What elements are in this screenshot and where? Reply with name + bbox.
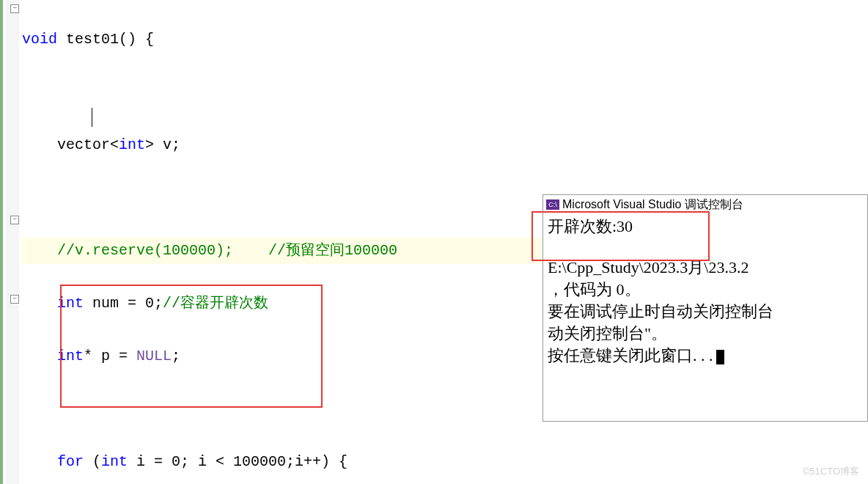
console-body: 开辟次数:30 E:\Cpp_Study\2023.3月\23.3.2 ，代码为… xyxy=(543,214,867,368)
commented-code: v.reserve(100000); xyxy=(75,242,233,259)
fold-toggle-icon[interactable]: − xyxy=(10,216,19,224)
console-hint: 按任意键关闭此窗口. . . xyxy=(548,345,863,367)
console-output: 开辟次数:30 xyxy=(548,216,863,238)
debug-console-window[interactable]: C:\ Microsoft Visual Studio 调试控制台 开辟次数:3… xyxy=(542,194,868,422)
keyword-int: int xyxy=(57,295,84,312)
comment-text: //容器开辟次数 xyxy=(163,295,268,312)
var-decl: v; xyxy=(154,136,180,153)
console-title-text: Microsoft Visual Studio 调试控制台 xyxy=(562,197,743,213)
func-decl: test01() { xyxy=(57,31,154,48)
text-cursor xyxy=(92,108,92,127)
fold-toggle-icon[interactable]: − xyxy=(10,295,19,304)
fold-toggle-icon[interactable]: − xyxy=(10,4,19,13)
code-content[interactable]: void test01() { vector<int> v; //v.reser… xyxy=(22,0,542,484)
var-decl: num = 0; xyxy=(84,295,163,312)
semicolon: ; xyxy=(172,348,180,364)
console-hint: 要在调试停止时自动关闭控制台 xyxy=(548,301,863,323)
comment-slashes: // xyxy=(57,242,75,259)
keyword-for: for xyxy=(57,453,84,470)
keyword-int: int xyxy=(119,136,145,153)
console-path: E:\Cpp_Study\2023.3月\23.3.2 xyxy=(548,257,863,279)
console-titlebar: C:\ Microsoft Visual Studio 调试控制台 xyxy=(543,195,867,214)
type-vector: vector xyxy=(57,136,110,153)
watermark: ©51CTO博客 xyxy=(803,465,859,478)
null-literal: NULL xyxy=(136,348,172,364)
vs-icon: C:\ xyxy=(546,199,559,210)
keyword-int: int xyxy=(101,453,128,470)
cursor-icon xyxy=(716,350,724,364)
keyword-int: int xyxy=(57,348,84,364)
keyword-void: void xyxy=(22,31,57,48)
console-hint: 动关闭控制台"。 xyxy=(548,323,863,345)
editor-gutter: − − − xyxy=(6,0,19,484)
comment-text: //预留空间100000 xyxy=(233,242,397,259)
code-editor[interactable]: − − − void test01() { vector<int> v; //v… xyxy=(0,0,542,484)
for-open: ( xyxy=(84,453,101,470)
var-decl: * p = xyxy=(84,348,136,364)
console-exit-code: ，代码为 0。 xyxy=(548,279,863,301)
for-body: i = 0; i < 100000;i++) { xyxy=(128,453,347,470)
